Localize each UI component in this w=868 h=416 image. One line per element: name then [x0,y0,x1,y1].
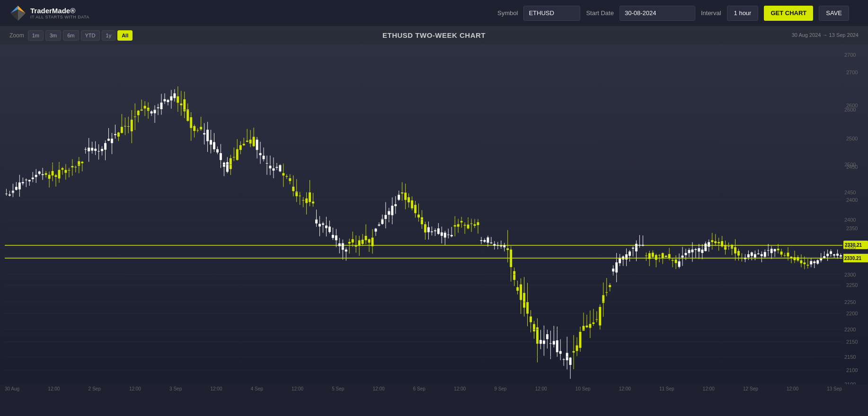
x-label-9sep: 9 Sep [494,386,506,399]
zoom-controls: Zoom 1m 3m 6m YTD 1y All [9,30,133,41]
symbol-input[interactable] [523,6,580,21]
tradermade-logo-icon [9,5,27,22]
zoom-all-button[interactable]: All [117,30,133,41]
logo-area: TraderMade® IT ALL STARTS WITH DATA [9,5,89,22]
x-label-5sep: 5 Sep [332,386,344,399]
x-label-6sep: 6 Sep [413,386,425,399]
zoom-1y-button[interactable]: 1y [102,30,116,41]
x-label-13sep: 13 Sep [827,386,842,399]
logo-tagline: IT ALL STARTS WITH DATA [30,15,89,19]
date-range-label: 30 Aug 2024 → 13 Sep 2024 [792,32,859,38]
x-label-3sep: 3 Sep [169,386,182,399]
x-label-4sep: 4 Sep [251,386,263,399]
x-label-1200-3: 12:00 [210,386,222,399]
chart-title-bar: Zoom 1m 3m 6m YTD 1y All ETHUSD TWO-WEEK… [0,26,868,44]
start-date-label: Start Date [586,9,614,17]
x-label-1200-2: 12:00 [129,386,141,399]
x-label-1200-4: 12:00 [292,386,303,399]
zoom-1m-button[interactable]: 1m [28,30,44,41]
x-axis: 30 Aug 12:00 2 Sep 12:00 3 Sep 12:00 4 S… [0,384,868,399]
x-label-10sep: 10 Sep [576,386,591,399]
get-chart-button[interactable]: GET CHART [764,6,813,21]
chart-canvas-area: 2700 2600 2500 2450 2400 2350 2300 2250 … [0,44,868,384]
chart-title: ETHUSD TWO-WEEK CHART [382,31,486,39]
zoom-ytd-button[interactable]: YTD [81,30,100,41]
save-button[interactable]: SAVE [819,6,849,21]
logo-name: TraderMade® [30,7,89,15]
x-label-1200-7: 12:00 [535,386,547,399]
x-label-1200-6: 12:00 [454,386,466,399]
x-label-1200-10: 12:00 [787,386,798,399]
zoom-6m-button[interactable]: 6m [63,30,79,41]
zoom-label: Zoom [9,32,24,39]
logo-text: TraderMade® IT ALL STARTS WITH DATA [30,7,89,19]
header-controls: Symbol Start Date Interval 1 hour GET CH… [497,6,849,21]
x-label-11sep: 11 Sep [659,386,674,399]
interval-button[interactable]: 1 hour [727,6,759,21]
x-label-12sep: 12 Sep [743,386,758,399]
header: TraderMade® IT ALL STARTS WITH DATA Symb… [0,0,868,26]
zoom-3m-button[interactable]: 3m [45,30,61,41]
x-label-1200-1: 12:00 [48,386,60,399]
x-label-1200-5: 12:00 [373,386,385,399]
x-label-1200-9: 12:00 [703,386,715,399]
symbol-label: Symbol [497,9,518,17]
interval-label: Interval [701,9,721,17]
x-label-2sep: 2 Sep [89,386,101,399]
candle-chart-canvas [0,44,868,384]
x-label-1200-8: 12:00 [619,386,631,399]
chart-container: Zoom 1m 3m 6m YTD 1y All ETHUSD TWO-WEEK… [0,26,868,416]
x-label-30aug: 30 Aug [5,386,19,399]
start-date-input[interactable] [620,6,695,21]
